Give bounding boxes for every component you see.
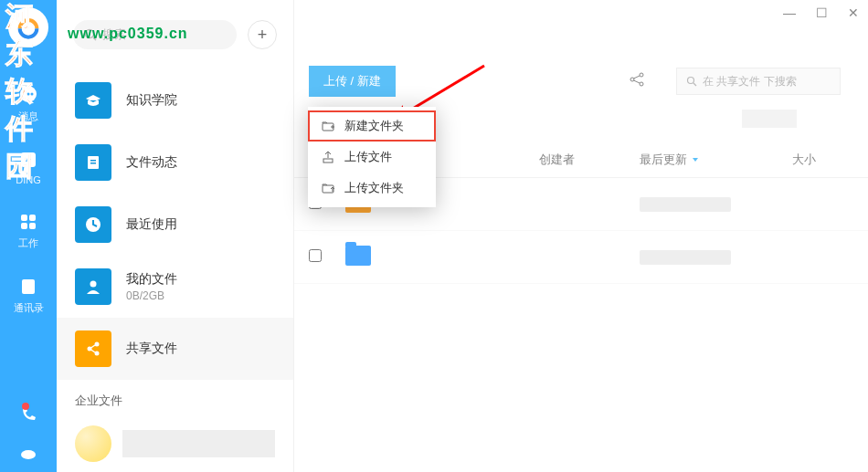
enterprise-avatar	[75, 425, 111, 462]
rail-label: 通讯录	[14, 301, 44, 315]
sb-title: 文件动态	[126, 154, 177, 171]
avatar-icon	[14, 13, 43, 42]
nav-rail: 消息 DING 工作 通讯录	[0, 0, 57, 472]
upload-folder-icon	[321, 181, 335, 195]
svg-rect-6	[21, 215, 27, 221]
enterprise-file-item[interactable]	[57, 418, 293, 469]
svg-rect-7	[29, 215, 36, 221]
row-checkbox[interactable]	[309, 249, 322, 262]
svg-point-21	[95, 351, 100, 356]
upload-file-icon	[321, 150, 335, 164]
file-search-placeholder: 在 共享文件 下搜索	[703, 74, 797, 89]
file-icon	[75, 144, 111, 181]
sidebar-item-activity[interactable]: 文件动态	[57, 131, 293, 194]
cloud-icon	[18, 443, 38, 463]
col-size[interactable]: 大小	[767, 152, 841, 168]
svg-point-20	[95, 342, 100, 347]
share-icon	[75, 330, 111, 367]
sidebar-item-knowledge[interactable]: 知识学院	[57, 69, 293, 131]
row-updated-blur	[640, 197, 731, 212]
sidebar-item-myfiles[interactable]: 我的文件 0B/2GB	[57, 256, 293, 318]
rail-messages[interactable]: 消息	[17, 84, 39, 123]
clock-icon	[75, 206, 111, 243]
dd-new-folder[interactable]: 新建文件夹	[308, 110, 436, 142]
rail-label: DING	[16, 174, 41, 185]
svg-line-30	[693, 83, 696, 86]
svg-rect-8	[21, 223, 27, 229]
svg-line-22	[91, 345, 96, 348]
svg-rect-9	[29, 223, 36, 229]
svg-line-28	[634, 80, 640, 83]
close-button[interactable]: ✕	[848, 5, 859, 20]
rail-ding[interactable]: DING	[16, 149, 41, 185]
ding-icon	[18, 150, 38, 170]
svg-point-3	[27, 93, 30, 96]
search-input[interactable]: 搜索	[73, 20, 237, 49]
sidebar-item-shared[interactable]: 共享文件	[57, 318, 293, 380]
upload-new-button[interactable]: 上传 / 新建	[309, 66, 396, 97]
dd-upload-file[interactable]: 上传文件	[308, 142, 436, 173]
sb-title: 我的文件	[126, 271, 177, 288]
minimize-button[interactable]: —	[783, 5, 796, 20]
contacts-icon	[18, 277, 38, 297]
sidebar: 搜索 + 知识学院 文件动态 最近使用 我的文件 0B/2GB 共享文件	[57, 0, 294, 472]
sb-title: 知识学院	[126, 92, 177, 109]
enterprise-name-blur	[122, 430, 275, 457]
dd-label: 新建文件夹	[344, 118, 404, 134]
svg-rect-35	[323, 185, 333, 193]
svg-rect-34	[323, 159, 333, 163]
svg-point-26	[640, 82, 643, 86]
share-graph-icon[interactable]	[629, 71, 645, 91]
svg-rect-10	[22, 279, 35, 294]
row-updated-blur	[640, 250, 731, 265]
person-icon	[75, 268, 111, 305]
sidebar-item-recent[interactable]: 最近使用	[57, 194, 293, 256]
file-search-input[interactable]: 在 共享文件 下搜索	[676, 68, 841, 95]
rail-work[interactable]: 工作	[17, 211, 39, 250]
breadcrumb-blur	[742, 110, 797, 128]
storage-quota: 0B/2GB	[126, 289, 177, 302]
svg-point-29	[688, 78, 694, 84]
apps-icon	[18, 212, 38, 232]
rail-more[interactable]	[18, 443, 38, 463]
svg-rect-16	[90, 163, 96, 164]
svg-line-23	[91, 350, 96, 352]
rail-phone[interactable]	[18, 404, 38, 425]
sb-title: 最近使用	[126, 216, 177, 233]
sb-title: 共享文件	[126, 341, 177, 357]
search-placeholder: 搜索	[102, 26, 126, 43]
svg-point-18	[90, 281, 97, 288]
window-controls: — ☐ ✕	[783, 5, 859, 20]
svg-point-11	[21, 450, 36, 459]
svg-rect-15	[90, 160, 96, 162]
file-row[interactable]	[294, 231, 868, 284]
dd-label: 上传文件夹	[344, 180, 404, 196]
svg-line-13	[93, 37, 96, 40]
rail-contacts[interactable]: 通讯录	[14, 276, 44, 315]
toolbar: 上传 / 新建 在 共享文件 下搜索	[294, 0, 868, 110]
svg-point-12	[86, 30, 94, 38]
main-panel: — ☐ ✕ 上传 / 新建 在 共享文件 下搜索 创建者 最后更新 大小	[294, 0, 868, 472]
enterprise-files-section: 企业文件	[57, 380, 293, 418]
phone-badge	[22, 403, 29, 410]
dd-label: 上传文件	[344, 149, 392, 165]
graduation-icon	[75, 82, 111, 119]
new-folder-icon	[321, 119, 335, 133]
svg-line-27	[634, 76, 640, 79]
plus-icon: +	[258, 26, 268, 45]
upload-dropdown: 新建文件夹 上传文件 上传文件夹	[308, 107, 436, 207]
search-icon	[84, 28, 97, 41]
col-updated[interactable]: 最后更新	[640, 152, 767, 168]
svg-point-2	[24, 93, 26, 96]
rail-label: 工作	[18, 236, 38, 250]
sort-down-icon	[691, 155, 700, 164]
avatar[interactable]	[8, 7, 48, 47]
dd-upload-folder[interactable]: 上传文件夹	[308, 173, 436, 204]
svg-point-25	[640, 73, 643, 77]
rail-label: 消息	[18, 110, 38, 123]
maximize-button[interactable]: ☐	[816, 5, 828, 20]
folder-icon	[345, 246, 371, 266]
col-creator[interactable]: 创建者	[539, 152, 640, 168]
add-button[interactable]: +	[248, 20, 277, 49]
message-icon	[17, 84, 39, 106]
